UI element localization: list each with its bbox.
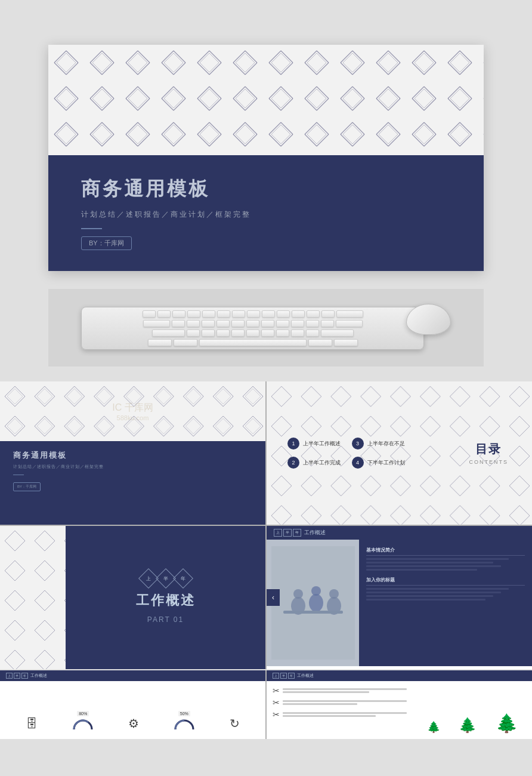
spacebar [199, 339, 307, 346]
key [291, 330, 304, 337]
thumb3-pattern [0, 526, 66, 669]
key [321, 330, 354, 337]
svg-rect-9 [48, 45, 484, 155]
svg-point-34 [293, 589, 303, 599]
thumb3-content: 上 半 年 工作概述 PART 01 [66, 526, 265, 669]
key [276, 330, 289, 337]
key [143, 320, 170, 327]
contents-items: 1 上半年工作概述 3 上半年存在不足 2 上半年工作完成 4 [287, 438, 407, 469]
key [157, 310, 171, 318]
tag3: 年 [181, 575, 185, 582]
key [261, 330, 274, 337]
key [232, 310, 245, 318]
thumb4-image [267, 540, 359, 666]
part-title: 工作概述 [136, 592, 196, 609]
contents-item-3: 3 上半年存在不足 [352, 438, 407, 449]
key [148, 339, 172, 346]
thumb-stats-slide[interactable]: 上 半 年 工作概述 🗄 80% [0, 670, 265, 739]
contents-en: CONTENTS [469, 459, 509, 465]
key [277, 310, 290, 318]
thumb-part01-slide[interactable]: 上 半 年 工作概述 PART 01 [0, 526, 265, 669]
key [231, 320, 245, 327]
slide-divider [81, 228, 102, 229]
key [246, 330, 259, 337]
contents-zh: 目录 [469, 441, 509, 457]
thumb5-stats: 🗄 80% ⚙ 50% [0, 681, 265, 737]
key [291, 320, 304, 327]
slide-title: 商务通用模板 [81, 176, 451, 202]
keyboard-container [81, 301, 451, 355]
slide-badge: BY：千库网 [81, 236, 132, 250]
thumbnail-grid-row1: IC 千库网 588ku.com 商务通用模板 计划总结／述职报告／商业计划／框… [0, 381, 532, 669]
key [187, 310, 200, 318]
section1-title: 基本情况简介 [366, 547, 525, 556]
keyboard [81, 307, 424, 350]
slide-subtitle: 计划总结／述职报告／商业计划／框架完整 [81, 210, 451, 220]
key [334, 339, 358, 346]
key [246, 320, 259, 327]
contents-item-2: 2 上半年工作完成 [287, 457, 343, 469]
nav-arrow-left[interactable]: ‹ [267, 589, 280, 606]
key [336, 310, 363, 318]
key [261, 320, 274, 327]
key [306, 320, 319, 327]
key [247, 310, 260, 318]
key [187, 320, 200, 327]
contents-item-1: 1 上半年工作概述 [287, 438, 343, 449]
key [217, 310, 230, 318]
key [216, 330, 230, 337]
svg-rect-39 [283, 611, 343, 614]
svg-point-36 [311, 586, 321, 596]
watermark: IC 千库网 588ku.com [112, 402, 153, 421]
key [143, 310, 156, 318]
thumb1-badge: BY：千库网 [13, 482, 41, 491]
svg-point-38 [329, 589, 339, 599]
dark-content-section: 商务通用模板 计划总结／述职报告／商业计划／框架完整 BY：千库网 [48, 155, 484, 271]
pattern-section [48, 45, 484, 155]
key [202, 330, 215, 337]
thumb4-header: 上 半 年 工作概述 [267, 526, 532, 540]
thumb4-content: 基本情况简介 加入你的标题 [267, 540, 532, 666]
thumb4-tags: 上 半 年 [274, 529, 301, 537]
key [336, 320, 363, 327]
contents-item-4: 4 下半年工作计划 [352, 457, 407, 469]
key [321, 320, 334, 327]
key [187, 330, 200, 337]
mouse [406, 304, 451, 335]
thumb1-divider [13, 475, 24, 475]
thumb1-title: 商务通用模板 [13, 450, 252, 461]
key [307, 310, 320, 318]
key [231, 330, 245, 337]
key [152, 330, 185, 337]
thumb1-subtitle: 计划总结／述职报告／商业计划／框架完整 [13, 464, 252, 470]
key [174, 339, 197, 346]
tag1: 上 [146, 575, 151, 582]
key [308, 339, 332, 346]
thumb-tree-slide[interactable]: 上 半 年 工作概述 ✂ [267, 670, 532, 739]
thumb-contents-slide[interactable]: 目录 CONTENTS 1 上半年工作概述 3 上半年存在不足 [267, 381, 532, 525]
svg-point-35 [309, 594, 323, 612]
key [172, 310, 185, 318]
thumb-info-slide[interactable]: ‹ 上 半 年 工作概述 [267, 526, 532, 669]
key [202, 310, 215, 318]
thumb5-label: 工作概述 [30, 673, 47, 679]
key [202, 320, 215, 327]
key [262, 310, 275, 318]
tag2: 半 [163, 575, 168, 582]
thumbnail-grid-row2: 上 半 年 工作概述 🗄 80% [0, 670, 532, 739]
thumb4-info: 基本情况简介 加入你的标题 [359, 540, 532, 666]
thumb5-header: 上 半 年 工作概述 [0, 670, 265, 681]
part-sub: PART 01 [147, 615, 184, 624]
thumb-title-slide[interactable]: IC 千库网 588ku.com 商务通用模板 计划总结／述职报告／商业计划／框… [0, 381, 265, 525]
thumb6-label: 工作概述 [297, 673, 314, 679]
key [292, 310, 305, 318]
key [276, 320, 289, 327]
section2-title: 加入你的标题 [366, 577, 525, 586]
contents-label: 目录 CONTENTS [469, 441, 509, 465]
keyboard-section [48, 289, 484, 367]
thumb6-content: ✂ ✂ ✂ [267, 681, 532, 737]
svg-rect-31 [0, 526, 66, 669]
thumb4-label: 工作概述 [304, 529, 326, 537]
key [172, 320, 185, 327]
key [216, 320, 230, 327]
